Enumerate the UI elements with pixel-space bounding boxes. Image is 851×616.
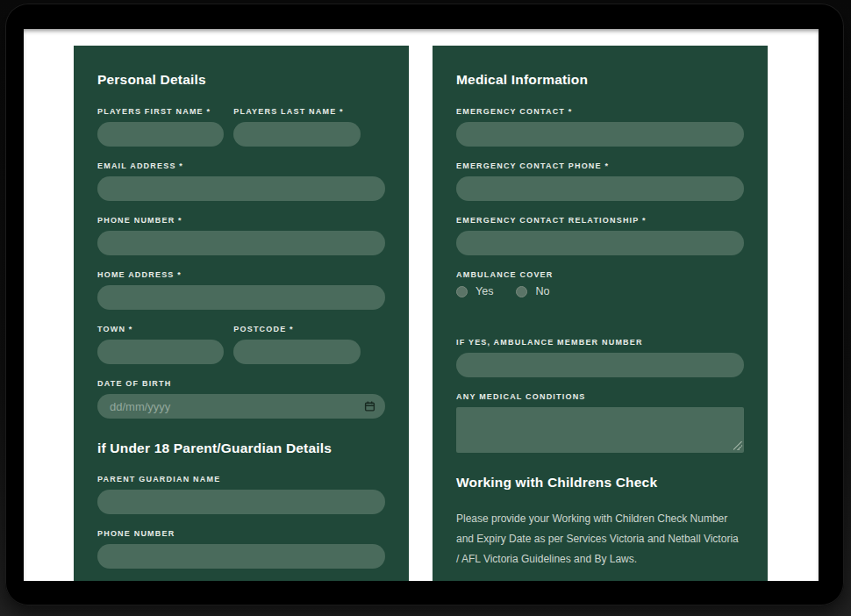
section-heading-working-with-childrens-check: Working with Childrens Check <box>456 475 744 491</box>
field-label: DATE OF BIRTH <box>97 379 385 388</box>
form-field: PHONE NUMBER * <box>97 216 385 255</box>
field-label: AMBULANCE COVER <box>456 270 744 279</box>
field-label: ANY MEDICAL CONDITIONS <box>456 392 744 401</box>
section-description: Please provide your Working with Childre… <box>456 509 744 569</box>
radio-icon[interactable] <box>516 286 527 297</box>
form-field: EMAIL ADDRESS * <box>97 161 385 201</box>
panels: Personal DetailsPLAYERS FIRST NAME *PLAY… <box>24 29 819 581</box>
field-label: IF YES, AMBULANCE MEMBER NUMBER <box>456 338 744 347</box>
page-background: Personal DetailsPLAYERS FIRST NAME *PLAY… <box>0 0 851 616</box>
field-label: EMAIL ADDRESS * <box>97 161 385 170</box>
textarea-wrap <box>456 407 744 453</box>
field-label: POSTCODE * <box>233 325 360 333</box>
input-phone-number[interactable] <box>97 231 385 255</box>
radio-label: Yes <box>476 285 493 297</box>
form-field: PARENT GUARDIAN NAME <box>97 475 385 514</box>
form-field: PLAYERS LAST NAME * <box>233 107 360 147</box>
form-row: TOWN *POSTCODE * <box>97 325 385 364</box>
section-heading-if-under-18-parent-guardian-details: if Under 18 Parent/Guardian Details <box>97 441 385 456</box>
form-field: PHONE NUMBER <box>97 529 385 569</box>
field-label: PHONE NUMBER * <box>97 216 385 225</box>
form-field: EMERGENCY CONTACT RELATIONSHIP * <box>456 216 744 255</box>
screen: Personal DetailsPLAYERS FIRST NAME *PLAY… <box>24 29 819 581</box>
input-email-address[interactable] <box>97 176 385 201</box>
form-field: TOWN * <box>97 325 224 364</box>
form-field: EMERGENCY CONTACT PHONE * <box>456 161 744 201</box>
form-field: PLAYERS FIRST NAME * <box>97 107 224 147</box>
input-town[interactable] <box>97 340 224 364</box>
field-label: EMERGENCY CONTACT RELATIONSHIP * <box>456 216 744 225</box>
input-emergency-contact[interactable] <box>456 122 744 147</box>
calendar-icon[interactable] <box>364 401 375 412</box>
radio-group: YesNo <box>456 285 744 297</box>
field-label: PLAYERS LAST NAME * <box>233 107 360 116</box>
tablet-frame: Personal DetailsPLAYERS FIRST NAME *PLAY… <box>5 4 844 605</box>
input-players-first-name[interactable] <box>97 122 224 147</box>
radio-option-yes[interactable]: Yes <box>456 285 493 297</box>
field-label: HOME ADDRESS * <box>97 270 385 279</box>
panel-personal-details: Personal DetailsPLAYERS FIRST NAME *PLAY… <box>74 46 409 581</box>
field-label: PHONE NUMBER <box>97 529 385 538</box>
radio-option-no[interactable]: No <box>516 285 549 297</box>
input-players-last-name[interactable] <box>233 122 360 147</box>
panel-medical-information: Medical InformationEMERGENCY CONTACT *EM… <box>433 46 768 581</box>
form-field: ANY MEDICAL CONDITIONS <box>456 392 744 453</box>
form-row: PLAYERS FIRST NAME *PLAYERS LAST NAME * <box>97 107 385 147</box>
input-date-of-birth[interactable] <box>97 394 385 419</box>
radio-label: No <box>535 285 549 297</box>
form-field: EMERGENCY CONTACT * <box>456 107 744 147</box>
form-field: DATE OF BIRTH <box>97 379 385 419</box>
form-field: IF YES, AMBULANCE MEMBER NUMBER <box>456 338 744 377</box>
section-heading-medical-information: Medical Information <box>456 72 744 88</box>
field-label: PARENT GUARDIAN NAME <box>97 475 385 483</box>
input-if-yes-ambulance-member-number[interactable] <box>456 353 744 377</box>
form-field: HOME ADDRESS * <box>97 270 385 310</box>
radio-icon[interactable] <box>456 286 468 297</box>
input-phone-number[interactable] <box>97 544 385 569</box>
input-home-address[interactable] <box>97 285 385 310</box>
resize-handle-icon[interactable] <box>733 441 742 450</box>
textarea-any-medical-conditions[interactable] <box>456 407 744 453</box>
form-field: AMBULANCE COVERYesNo <box>456 270 744 297</box>
input-postcode[interactable] <box>233 340 360 364</box>
field-label: EMERGENCY CONTACT * <box>456 107 744 116</box>
form-field: POSTCODE * <box>233 325 360 364</box>
input-emergency-contact-phone[interactable] <box>456 176 744 201</box>
section-heading-personal-details: Personal Details <box>97 72 385 88</box>
field-label: PLAYERS FIRST NAME * <box>97 107 224 116</box>
date-input-wrap <box>97 394 385 419</box>
field-label: TOWN * <box>97 325 224 333</box>
field-label: EMERGENCY CONTACT PHONE * <box>456 161 744 170</box>
input-parent-guardian-name[interactable] <box>97 490 385 514</box>
input-emergency-contact-relationship[interactable] <box>456 231 744 255</box>
